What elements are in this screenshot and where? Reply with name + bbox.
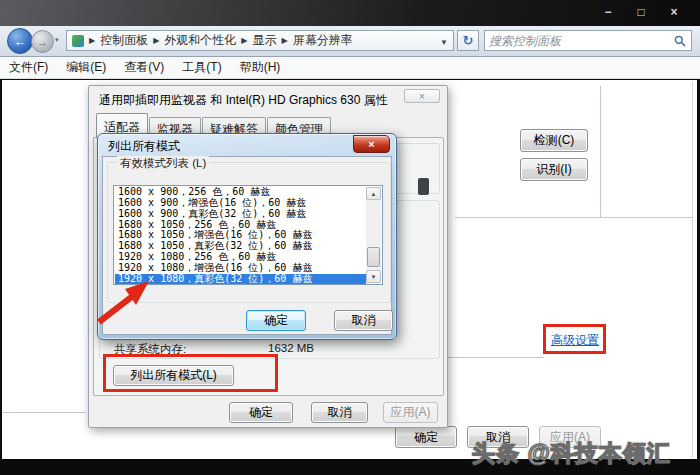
window-titlebar: − □ × (0, 0, 700, 26)
breadcrumb-item[interactable]: 屏幕分辨率 (293, 32, 353, 49)
search-input[interactable] (485, 34, 674, 48)
modes-list: 1600 x 900，256 色，60 赫兹1600 x 900，增强色(16 … (115, 187, 366, 283)
scroll-down-icon[interactable]: ▼ (366, 270, 381, 283)
separator-line-bottom-left (3, 412, 86, 413)
breadcrumb-dropdown-icon[interactable]: ▼ (440, 38, 448, 47)
menu-item[interactable]: 编辑(E) (66, 59, 106, 76)
breadcrumb-item[interactable]: 外观和个性化 (164, 32, 236, 49)
menu-item[interactable]: 文件(F) (9, 59, 48, 76)
menu-item[interactable]: 帮助(H) (240, 59, 281, 76)
search-icon (674, 35, 686, 47)
watermark: 头条 @科技本领汇 (472, 438, 671, 469)
menu-item[interactable]: 工具(T) (182, 59, 221, 76)
breadcrumb-separator-icon: ▶ (153, 36, 159, 45)
properties-apply-button: 应用(A) (383, 402, 438, 423)
advanced-settings-link[interactable]: 高级设置 (551, 332, 599, 349)
breadcrumb-separator-icon: ▶ (89, 36, 95, 45)
hidden-button-fragment (418, 178, 429, 195)
menu-bar: 文件(F)编辑(E)查看(V)工具(T)帮助(H) (0, 57, 700, 79)
modes-dialog-close-button[interactable]: × (353, 135, 390, 153)
scroll-up-icon[interactable]: ▲ (366, 187, 381, 200)
preview-box-edge-horizontal (455, 217, 692, 218)
properties-dialog-title: 通用即插即用监视器 和 Intel(R) HD Graphics 630 属性 (99, 92, 388, 109)
identify-button[interactable]: 识别(I) (520, 158, 588, 181)
close-button[interactable]: × (661, 3, 687, 20)
recent-pages-dropdown-icon[interactable]: ▾ (55, 36, 59, 44)
breadcrumb-item[interactable]: 显示 (252, 32, 276, 49)
separator-line-advanced (448, 357, 544, 358)
breadcrumb-separator-icon: ▶ (241, 36, 247, 45)
refresh-button[interactable]: ↻ (457, 30, 479, 51)
breadcrumb-separator-icon: ▶ (281, 36, 287, 45)
breadcrumb-item[interactable]: 控制面板 (100, 32, 148, 49)
back-button[interactable]: ← (7, 28, 33, 54)
menu-item[interactable]: 查看(V) (124, 59, 164, 76)
shared-memory-value: 1632 MB (268, 342, 314, 354)
modes-scrollbar[interactable]: ▲ ▼ (366, 187, 381, 283)
window-inner-edge (692, 82, 693, 458)
red-arrow-annotation (92, 276, 160, 328)
breadcrumb: ▶控制面板▶外观和个性化▶显示▶屏幕分辨率 ▼ (66, 30, 454, 51)
properties-ok-button[interactable]: 确定 (229, 402, 293, 423)
mode-list-item[interactable]: 1600 x 900，真彩色(32 位)，60 赫兹 (115, 209, 366, 220)
properties-dialog-close-button[interactable]: × (404, 89, 440, 103)
search-box (484, 30, 692, 51)
minimize-button[interactable]: − (595, 3, 621, 20)
modes-ok-button[interactable]: 确定 (246, 310, 306, 331)
detect-button[interactable]: 检测(C) (520, 129, 588, 152)
modes-listbox[interactable]: 1600 x 900，256 色，60 赫兹1600 x 900，增强色(16 … (113, 185, 383, 285)
scrollbar-thumb[interactable] (367, 247, 380, 267)
modes-dialog-title: 列出所有模式 (108, 138, 180, 155)
list-all-modes-annotation (103, 354, 278, 392)
modes-cancel-button[interactable]: 取消 (334, 310, 393, 331)
preview-box-edge-vertical (600, 86, 601, 217)
breadcrumb-items: ▶控制面板▶外观和个性化▶显示▶屏幕分辨率 (89, 32, 353, 49)
control-panel-icon (72, 35, 84, 47)
forward-button[interactable]: → (31, 30, 54, 53)
screenshot-root: − □ × ← → ▾ ▶控制面板▶外观和个性化▶显示▶屏幕分辨率 ▼ ↻ 文件… (0, 0, 700, 475)
properties-cancel-button[interactable]: 取消 (311, 402, 368, 423)
page-ok-button[interactable]: 确定 (395, 426, 457, 448)
maximize-button[interactable]: □ (628, 3, 654, 20)
valid-modes-group-label: 有效模式列表 (L) (117, 156, 209, 171)
navigation-bar: ← → ▾ ▶控制面板▶外观和个性化▶显示▶屏幕分辨率 ▼ ↻ (0, 26, 700, 57)
